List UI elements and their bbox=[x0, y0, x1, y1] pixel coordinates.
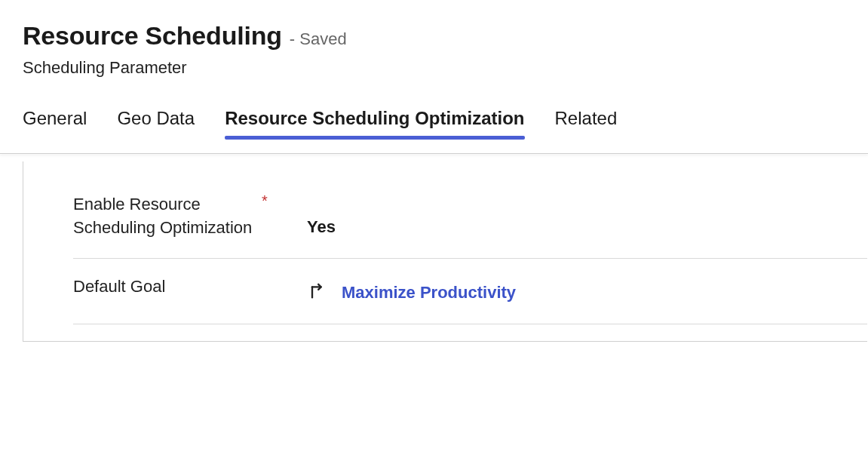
page-title: Resource Scheduling bbox=[23, 21, 282, 51]
enable-rso-value: Yes bbox=[307, 217, 336, 237]
field-default-goal: Default Goal Maximize Productivity bbox=[73, 275, 867, 324]
default-goal-link[interactable]: Maximize Productivity bbox=[342, 283, 516, 303]
form-panel: Enable Resource Scheduling Optimization … bbox=[23, 161, 867, 342]
tab-resource-scheduling-optimization[interactable]: Resource Scheduling Optimization bbox=[225, 108, 524, 138]
tab-geo-data[interactable]: Geo Data bbox=[117, 108, 195, 138]
title-row: Resource Scheduling - Saved bbox=[23, 21, 845, 51]
asterisk-icon: * bbox=[262, 192, 268, 209]
field-label-default-goal: Default Goal bbox=[73, 275, 262, 299]
field-value-enable-rso[interactable]: Yes bbox=[307, 193, 336, 237]
entity-subtitle: Scheduling Parameter bbox=[23, 58, 845, 78]
tab-general[interactable]: General bbox=[23, 108, 87, 138]
goal-lookup-icon bbox=[307, 280, 328, 306]
tab-bar: General Geo Data Resource Scheduling Opt… bbox=[0, 78, 868, 138]
tab-related[interactable]: Related bbox=[555, 108, 618, 138]
page-header: Resource Scheduling - Saved Scheduling P… bbox=[0, 0, 868, 78]
field-value-default-goal[interactable]: Maximize Productivity bbox=[307, 275, 516, 306]
field-label-enable-rso: Enable Resource Scheduling Optimization bbox=[73, 193, 262, 240]
field-enable-rso: Enable Resource Scheduling Optimization … bbox=[73, 193, 867, 259]
tab-divider bbox=[0, 153, 868, 154]
required-indicator: * bbox=[262, 193, 307, 209]
save-status: - Saved bbox=[290, 29, 347, 49]
